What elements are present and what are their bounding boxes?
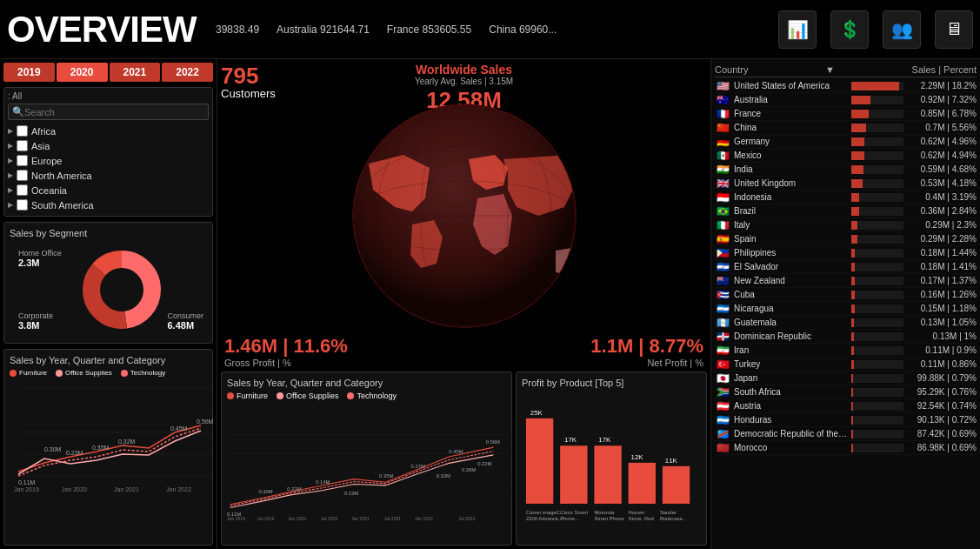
right-header: Country ▼ Sales | Percent [715,63,977,77]
svg-text:Jan 2020: Jan 2020 [288,516,306,521]
region-arrow: ▶ [8,186,13,194]
svg-text:Cisco Smart: Cisco Smart [560,510,588,515]
country-bar-wrap [851,137,903,146]
svg-text:Jul 2022: Jul 2022 [458,516,475,521]
region-list: ▶Africa▶Asia▶Europe▶North America▶Oceani… [8,124,209,212]
country-flag: 🇫🇷 [715,109,730,119]
svg-text:Jul 2020: Jul 2020 [321,516,337,521]
country-name: Philippines [734,248,848,258]
legend-item-office-supplies: Office Supplies [277,392,338,400]
country-row[interactable]: 🇮🇩 Indonesia 0.4M | 3.19% [715,191,977,204]
legend: FurnitureOffice SuppliesTechnology [10,369,207,377]
legend-item-furniture: Furniture [227,392,268,400]
icon-users[interactable]: 👥 [883,10,921,49]
country-sales: 0.92M | 7.32% [907,95,977,104]
icon-report[interactable]: 📊 [778,10,817,49]
bar-chart-section: Profit by Product [Top 5] 25K 17K 17K 12… [516,372,707,546]
svg-rect-57 [594,445,621,504]
country-row[interactable]: 🇵🇭 Philippines 0.18M | 1.44% [715,246,977,260]
sort-icon[interactable]: ▼ [825,64,835,75]
sidebar-legend-technology: Technology [121,369,165,377]
country-row[interactable]: 🇸🇻 El Salvador 0.18M | 1.41% [715,260,977,274]
svg-text:17K: 17K [564,436,577,444]
country-row[interactable]: 🇮🇹 Italy 0.29M | 2.3% [715,218,977,232]
search-box[interactable]: 🔍 [8,104,209,120]
country-row[interactable]: 🇩🇪 Germany 0.62M | 4.96% [715,135,977,149]
country-bar [851,207,859,216]
country-flag: 🇬🇹 [715,318,730,328]
country-name: Honduras [734,415,848,425]
country-row[interactable]: 🇮🇳 India 0.59M | 4.68% [715,163,977,177]
region-item-north-america[interactable]: ▶North America [8,168,209,183]
country-flag: 🇭🇳 [715,415,730,425]
country-row[interactable]: 🇨🇳 China 0.7M | 5.56% [715,121,977,135]
country-row[interactable]: 🇮🇷 Iran 0.11M | 0.9% [715,344,977,358]
country-name: Democratic Republic of the Congo [734,429,848,439]
year-tab-2019[interactable]: 2019 [3,63,55,82]
country-flag: 🇹🇷 [715,359,730,370]
country-bar-wrap [851,388,903,397]
bottom-chart-title: Sales by Year, Quarter and Category [227,378,506,388]
country-row[interactable]: 🇫🇷 France 0.85M | 6.78% [715,107,977,121]
svg-text:0.56M: 0.56M [197,418,214,425]
country-flag: 🇨🇳 [715,123,730,133]
sales-header: Sales | Percent [912,64,977,75]
search-input[interactable] [24,107,204,117]
country-flag: 🇮🇷 [715,345,730,356]
region-item-oceania[interactable]: ▶Oceania [8,183,209,198]
country-row[interactable]: 🇩🇴 Dominican Republic 0.13M | 1% [715,330,977,344]
country-row[interactable]: 🇯🇵 Japan 99.88K | 0.79% [715,372,977,385]
country-row[interactable]: 🇿🇦 South Africa 95.29K | 0.76% [715,385,977,399]
icon-display[interactable]: 🖥 [935,10,973,49]
year-tabs: 2019 2020 2021 2022 [3,63,213,82]
country-flag: 🇯🇵 [715,373,730,384]
country-row[interactable]: 🇨🇩 Democratic Republic of the Congo 87.4… [715,427,977,441]
country-bar [851,388,853,397]
country-bar [851,263,855,271]
svg-text:12K: 12K [631,453,644,461]
region-item-africa[interactable]: ▶Africa [8,124,209,138]
year-tab-2020[interactable]: 2020 [57,63,108,82]
country-row[interactable]: 🇪🇸 Spain 0.29M | 2.28% [715,232,977,246]
country-row[interactable]: 🇳🇿 New Zealand 0.17M | 1.37% [715,274,977,288]
search-icon: 🔍 [12,106,24,117]
country-row[interactable]: 🇲🇦 Morocco 86.98K | 0.69% [715,441,977,455]
country-flag: 🇦🇹 [715,401,730,412]
country-bar [851,249,855,258]
country-row[interactable]: 🇬🇧 United Kingdom 0.53M | 4.18% [715,177,977,191]
country-sales: 0.11M | 0.9% [907,345,977,355]
country-flag: 🇨🇺 [715,290,730,300]
country-bar [851,193,859,202]
year-tab-2021[interactable]: 2021 [110,63,161,82]
globe-wrapper [221,63,707,368]
country-sales: 95.29K | 0.76% [907,387,977,397]
region-item-south-america[interactable]: ▶South America [8,198,209,212]
svg-text:Jan 2021: Jan 2021 [351,516,370,521]
country-row[interactable]: 🇬🇹 Guatemala 0.13M | 1.05% [715,316,977,330]
country-bar [851,151,864,160]
country-flag: 🇲🇦 [715,443,730,453]
country-list[interactable]: 🇺🇸 United States of America 2.29M | 18.2… [715,79,977,549]
region-item-europe[interactable]: ▶Europe [8,153,209,168]
country-bar-wrap [851,124,903,132]
country-row[interactable]: 🇦🇹 Austria 92.54K | 0.74% [715,399,977,413]
year-tab-2022[interactable]: 2022 [162,63,213,82]
country-row[interactable]: 🇺🇸 United States of America 2.29M | 18.2… [715,79,977,93]
country-bar [851,110,869,118]
country-name: Austria [734,401,848,411]
country-row[interactable]: 🇳🇮 Nicaragua 0.15M | 1.18% [715,302,977,316]
country-row[interactable]: 🇭🇳 Honduras 90.13K | 0.72% [715,413,977,427]
country-bar [851,374,853,383]
country-row[interactable]: 🇦🇺 Australia 0.92M | 7.32% [715,93,977,107]
icon-finance[interactable]: 💲 [830,10,869,49]
top-stat-1: Australia 921644.71 [277,23,370,36]
country-sales: 90.13K | 0.72% [907,415,977,425]
svg-text:0.45M: 0.45M [170,425,188,432]
country-bar [851,221,857,230]
country-bar [851,360,854,369]
country-row[interactable]: 🇹🇷 Turkey 0.11M | 0.86% [715,358,977,372]
country-row[interactable]: 🇨🇺 Cuba 0.16M | 1.26% [715,288,977,302]
country-row[interactable]: 🇲🇽 Mexico 0.62M | 4.94% [715,149,977,163]
country-row[interactable]: 🇧🇷 Brazil 0.36M | 2.84% [715,204,977,218]
region-item-asia[interactable]: ▶Asia [8,138,209,153]
